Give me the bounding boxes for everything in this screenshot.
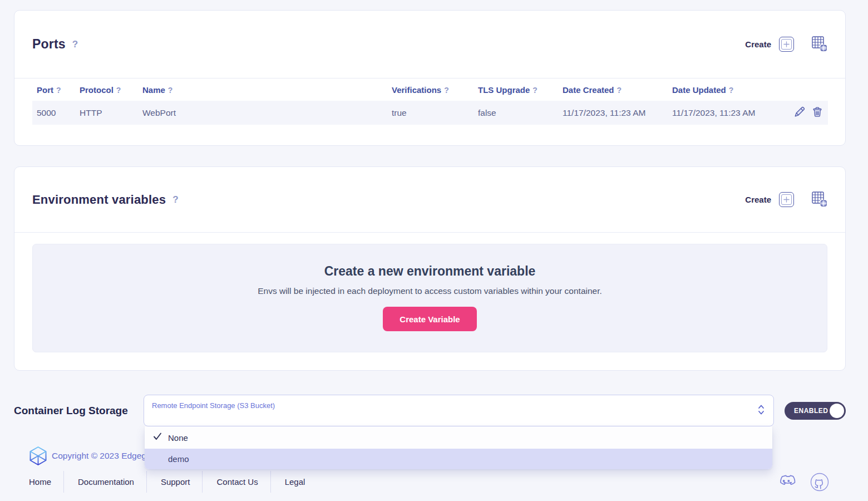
ports-table-header-row: Port? Protocol? Name? Verifications? TLS…	[32, 78, 828, 101]
table-columns-button[interactable]	[812, 36, 827, 53]
cell-protocol: HTTP	[75, 101, 138, 125]
help-icon[interactable]: ?	[617, 86, 622, 95]
plus-icon	[781, 39, 792, 50]
table-row: 5000 HTTP WebPort true false 11/17/2023,…	[32, 101, 828, 125]
col-date-updated: Date Updated?	[668, 78, 779, 101]
env-card-header: Environment variables ? Create	[14, 167, 845, 233]
help-icon[interactable]: ?	[172, 194, 178, 205]
help-icon[interactable]: ?	[729, 86, 734, 95]
help-icon[interactable]: ?	[532, 86, 537, 95]
cell-date-updated: 11/17/2023, 11:23 AM	[668, 101, 779, 125]
env-empty-state: Create a new environment variable Envs w…	[32, 244, 827, 352]
create-variable-button[interactable]: Create Variable	[383, 307, 476, 331]
cell-verifications: true	[387, 101, 474, 125]
col-tls-upgrade: TLS Upgrade?	[474, 78, 558, 101]
col-name: Name?	[138, 78, 387, 101]
empty-state-description: Envs will be injected in each deployment…	[258, 286, 602, 296]
copyright-text: Copyright © 2023 Edgegap	[52, 451, 156, 461]
col-port: Port?	[32, 78, 75, 101]
cell-name: WebPort	[138, 101, 387, 125]
log-storage-select-label: Remote Endpoint Storage (S3 Bucket)	[152, 401, 751, 410]
pencil-icon	[793, 106, 806, 120]
option-demo[interactable]: demo	[145, 449, 772, 469]
grid-table-icon	[812, 36, 827, 53]
container-log-storage-row: Container Log Storage Remote Endpoint St…	[14, 395, 846, 426]
help-icon[interactable]: ?	[56, 86, 61, 95]
page: Ports ? Create	[0, 0, 868, 501]
container-log-storage-label: Container Log Storage	[14, 405, 144, 417]
toggle-knob	[830, 404, 844, 418]
trash-icon	[811, 106, 823, 120]
ports-card-header: Ports ? Create	[14, 11, 845, 78]
grid-table-icon	[812, 191, 827, 208]
col-date-created: Date Created?	[558, 78, 668, 101]
env-title: Environment variables	[32, 193, 166, 207]
ports-card: Ports ? Create	[14, 10, 846, 146]
table-columns-button[interactable]	[812, 191, 827, 208]
create-label: Create	[745, 40, 771, 49]
footer-nav: Home Documentation Support Contact Us Le…	[29, 471, 829, 493]
log-storage-dropdown: None demo	[145, 426, 772, 469]
help-icon[interactable]: ?	[444, 86, 449, 95]
footer-link-documentation[interactable]: Documentation	[78, 477, 134, 487]
help-icon[interactable]: ?	[116, 86, 121, 95]
edgegap-logo	[29, 446, 47, 465]
delete-port-button[interactable]	[811, 106, 823, 120]
col-protocol: Protocol?	[75, 78, 138, 101]
empty-state-title: Create a new environment variable	[324, 264, 536, 279]
cell-tls-upgrade: false	[474, 101, 558, 125]
chevron-updown-icon	[757, 404, 765, 418]
create-port-button[interactable]	[779, 37, 794, 52]
footer-link-home[interactable]: Home	[29, 477, 51, 487]
col-actions	[779, 78, 828, 101]
check-icon	[152, 431, 162, 444]
footer-link-support[interactable]: Support	[161, 477, 190, 487]
footer-link-contact-us[interactable]: Contact Us	[216, 477, 258, 487]
log-storage-select[interactable]: Remote Endpoint Storage (S3 Bucket)	[144, 395, 774, 426]
create-env-button[interactable]	[779, 192, 794, 207]
toggle-label: ENABLED	[794, 407, 828, 415]
cell-date-created: 11/17/2023, 11:23 AM	[558, 101, 668, 125]
edit-port-button[interactable]	[793, 106, 806, 120]
help-icon[interactable]: ?	[168, 86, 173, 95]
col-verifications: Verifications?	[387, 78, 474, 101]
help-icon[interactable]: ?	[72, 39, 78, 50]
plus-icon	[781, 194, 792, 205]
log-storage-toggle[interactable]: ENABLED	[785, 402, 846, 420]
cell-port: 5000	[32, 101, 75, 125]
footer-link-legal[interactable]: Legal	[285, 477, 305, 487]
environment-variables-card: Environment variables ? Create	[14, 166, 846, 371]
create-label: Create	[745, 195, 771, 204]
discord-icon[interactable]	[776, 474, 797, 490]
ports-title: Ports	[32, 37, 66, 52]
ports-table: Port? Protocol? Name? Verifications? TLS…	[32, 78, 828, 125]
option-none[interactable]: None	[145, 426, 772, 449]
github-icon[interactable]	[810, 473, 829, 492]
